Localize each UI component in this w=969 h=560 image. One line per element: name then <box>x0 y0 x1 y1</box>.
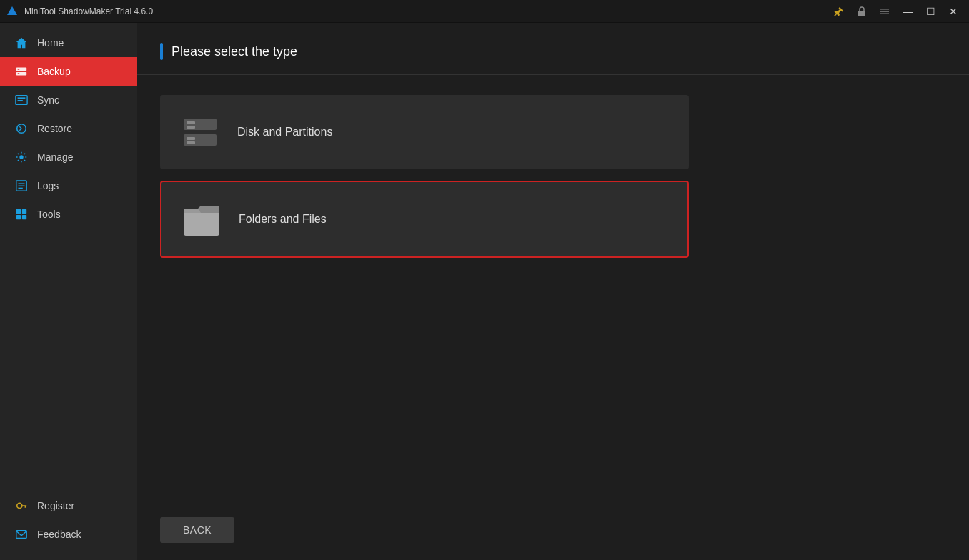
sidebar: Home Backup <box>0 23 137 560</box>
main-layout: Home Backup <box>0 23 969 560</box>
app-logo <box>6 5 19 18</box>
lock-icon[interactable] <box>852 1 872 21</box>
svg-rect-20 <box>16 215 21 219</box>
manage-icon <box>14 150 29 164</box>
content-header: Please select the type <box>137 23 969 75</box>
disk-icon <box>180 112 220 152</box>
svg-rect-8 <box>18 73 20 74</box>
svg-rect-15 <box>19 183 25 184</box>
content-body: Disk and Partitions Folders and Files <box>137 75 969 506</box>
menu-icon[interactable] <box>875 1 895 21</box>
sidebar-item-feedback[interactable]: Feedback <box>0 520 137 549</box>
svg-rect-25 <box>187 121 195 124</box>
page-title: Please select the type <box>172 44 297 59</box>
svg-rect-26 <box>187 126 195 129</box>
sidebar-item-tools[interactable]: Tools <box>0 200 137 229</box>
key-icon <box>14 499 29 513</box>
sidebar-label-feedback: Feedback <box>37 529 81 540</box>
sidebar-label-backup: Backup <box>37 66 71 77</box>
svg-rect-18 <box>16 209 21 214</box>
svg-rect-11 <box>18 100 23 101</box>
svg-rect-17 <box>19 188 23 189</box>
sidebar-item-backup[interactable]: Backup <box>0 57 137 86</box>
svg-rect-1 <box>858 11 865 16</box>
svg-point-22 <box>17 503 22 508</box>
folder-icon <box>182 199 222 239</box>
sidebar-label-sync: Sync <box>37 94 59 106</box>
app-title: MiniTool ShadowMaker Trial 4.6.0 <box>24 6 829 16</box>
svg-rect-10 <box>18 97 26 99</box>
svg-rect-3 <box>880 11 889 12</box>
svg-rect-4 <box>880 13 889 14</box>
svg-rect-19 <box>22 209 26 214</box>
sidebar-footer: Register Feedback <box>0 491 137 560</box>
folders-files-card[interactable]: Folders and Files <box>160 181 689 258</box>
sidebar-nav: Home Backup <box>0 23 137 491</box>
maximize-button[interactable]: ☐ <box>920 1 940 21</box>
sidebar-label-home: Home <box>37 37 64 49</box>
header-accent-bar <box>160 43 163 60</box>
sidebar-label-register: Register <box>37 500 74 511</box>
titlebar-controls: — ☐ ✕ <box>829 1 963 21</box>
sidebar-item-sync[interactable]: Sync <box>0 86 137 114</box>
content-area: Please select the type <box>137 23 969 560</box>
content-footer: BACK <box>137 506 969 560</box>
sync-icon <box>14 93 29 107</box>
sidebar-label-restore: Restore <box>37 123 72 134</box>
svg-rect-2 <box>880 9 889 10</box>
svg-marker-0 <box>7 6 17 15</box>
sidebar-item-home[interactable]: Home <box>0 29 137 57</box>
home-icon <box>14 36 29 50</box>
minimize-button[interactable]: — <box>898 1 918 21</box>
title-bar: MiniTool ShadowMaker Trial 4.6.0 — ☐ <box>0 0 969 23</box>
sidebar-label-logs: Logs <box>37 180 59 191</box>
svg-rect-16 <box>19 186 25 186</box>
svg-rect-7 <box>18 69 20 70</box>
sidebar-item-manage[interactable]: Manage <box>0 143 137 171</box>
sidebar-label-tools: Tools <box>37 209 61 220</box>
logs-icon <box>14 179 29 193</box>
sidebar-item-restore[interactable]: Restore <box>0 114 137 143</box>
pin-icon[interactable] <box>829 1 849 21</box>
svg-rect-29 <box>187 141 195 144</box>
restore-icon <box>14 121 29 136</box>
svg-rect-28 <box>187 137 195 140</box>
svg-rect-21 <box>22 215 26 219</box>
close-button[interactable]: ✕ <box>943 1 963 21</box>
tools-icon <box>14 207 29 221</box>
sidebar-label-manage: Manage <box>37 151 74 163</box>
disk-partitions-card[interactable]: Disk and Partitions <box>160 95 689 169</box>
back-button[interactable]: BACK <box>160 517 234 543</box>
backup-icon <box>14 64 29 79</box>
disk-partitions-label: Disk and Partitions <box>237 126 332 139</box>
mail-icon <box>14 527 29 541</box>
sidebar-item-register[interactable]: Register <box>0 491 137 520</box>
folders-files-label: Folders and Files <box>239 213 327 226</box>
svg-rect-23 <box>16 531 26 539</box>
sidebar-item-logs[interactable]: Logs <box>0 171 137 200</box>
svg-point-13 <box>19 155 23 159</box>
